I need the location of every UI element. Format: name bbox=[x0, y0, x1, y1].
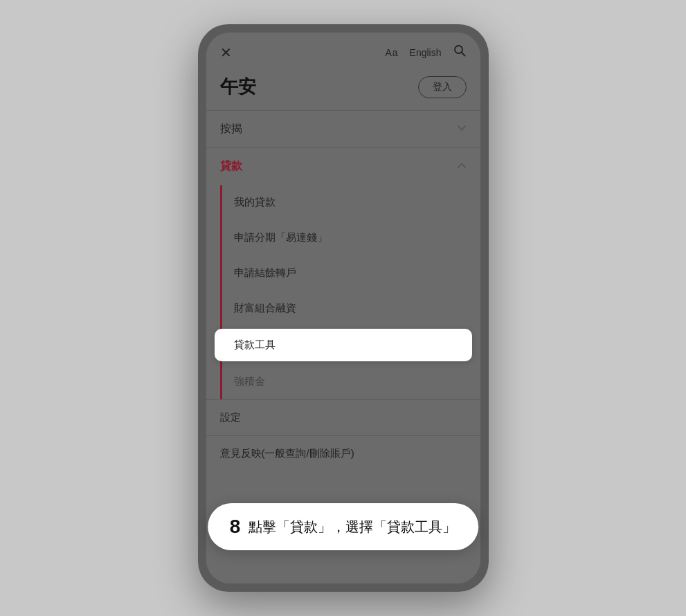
submenu-item-貸款工具[interactable]: 貸款工具 bbox=[215, 329, 472, 361]
submenu-item-申請結餘轉戶[interactable]: 申請結餘轉戶 bbox=[206, 255, 480, 291]
menu-item-設定[interactable]: 設定 bbox=[206, 399, 480, 435]
login-button[interactable]: 登入 bbox=[418, 76, 467, 98]
submenu-item-強積金[interactable]: 強積金 bbox=[206, 364, 480, 399]
section-header-按揭[interactable]: 按揭 bbox=[206, 110, 480, 147]
step-text: 點擊「貸款」，選擇「貸款工具」 bbox=[249, 518, 456, 536]
search-icon[interactable] bbox=[453, 44, 467, 61]
instruction-bubble: 8 點擊「貸款」，選擇「貸款工具」 bbox=[208, 503, 479, 550]
nav-bar: ✕ Aa English bbox=[206, 33, 480, 69]
section-header-貸款[interactable]: 貸款 bbox=[206, 147, 480, 185]
language-button[interactable]: English bbox=[410, 47, 442, 58]
greeting-text: 午安 bbox=[220, 75, 256, 99]
chevron-down-icon-按揭 bbox=[457, 123, 467, 135]
section-label-貸款: 貸款 bbox=[220, 159, 242, 174]
step-number: 8 bbox=[230, 516, 241, 538]
chevron-up-icon-貸款 bbox=[457, 161, 467, 172]
menu-item-意見反映[interactable]: 意見反映(一般查詢/刪除賬戶) bbox=[206, 435, 480, 471]
greeting-row: 午安 登入 bbox=[206, 69, 480, 110]
submenu-貸款: 我的貸款 申請分期「易達錢」 申請結餘轉戶 財富組合融資 貸款工具 強積金 bbox=[206, 185, 480, 399]
font-size-button[interactable]: Aa bbox=[385, 47, 398, 58]
submenu-item-財富組合融資[interactable]: 財富組合融資 bbox=[206, 291, 480, 326]
svg-line-1 bbox=[461, 53, 464, 56]
submenu-item-易達錢[interactable]: 申請分期「易達錢」 bbox=[206, 220, 480, 255]
submenu-item-我的貸款[interactable]: 我的貸款 bbox=[206, 185, 480, 220]
close-icon[interactable]: ✕ bbox=[220, 44, 232, 61]
section-label-按揭: 按揭 bbox=[220, 122, 242, 136]
